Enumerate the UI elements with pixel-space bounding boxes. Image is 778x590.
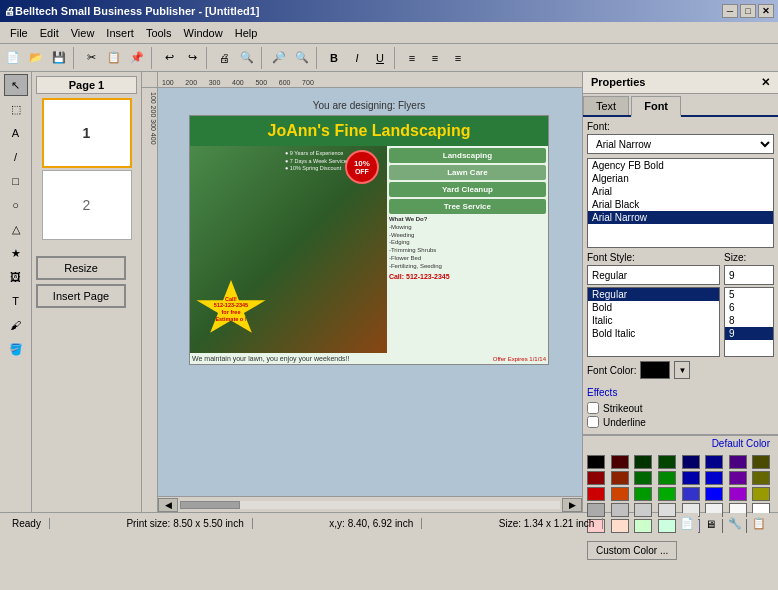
size-9[interactable]: 9 [725, 327, 773, 340]
tool-pointer[interactable]: ↖ [4, 74, 28, 96]
size-5[interactable]: 5 [725, 288, 773, 301]
close-button[interactable]: ✕ [758, 4, 774, 18]
minimize-button[interactable]: ─ [722, 4, 738, 18]
font-list[interactable]: Agency FB Bold Algerian Arial Arial Blac… [587, 158, 774, 248]
color-dropdown-button[interactable]: ▼ [674, 361, 690, 379]
swatch-33[interactable] [611, 519, 629, 533]
swatch-21[interactable] [705, 487, 723, 501]
scroll-thumb[interactable] [180, 501, 240, 509]
tool-rect[interactable]: □ [4, 170, 28, 192]
size-8[interactable]: 8 [725, 314, 773, 327]
font-item-arial[interactable]: Arial [588, 185, 773, 198]
size-input[interactable] [724, 265, 774, 285]
horizontal-scrollbar[interactable]: ◀ ▶ [158, 496, 582, 512]
style-input[interactable] [587, 265, 720, 285]
style-italic[interactable]: Italic [588, 314, 719, 327]
swatch-1[interactable] [611, 455, 629, 469]
swatch-13[interactable] [705, 471, 723, 485]
menu-insert[interactable]: Insert [100, 25, 140, 41]
italic-button[interactable]: I [346, 47, 368, 69]
custom-color-button[interactable]: Custom Color ... [587, 541, 677, 560]
zoom-out-button[interactable]: 🔍 [291, 47, 313, 69]
color-box[interactable] [640, 361, 670, 379]
swatch-22[interactable] [729, 487, 747, 501]
swatch-24[interactable] [587, 503, 605, 517]
menu-tools[interactable]: Tools [140, 25, 178, 41]
swatch-12[interactable] [682, 471, 700, 485]
status-icon-2[interactable]: 🖥 [700, 513, 722, 535]
panel-close-button[interactable]: ✕ [761, 76, 770, 89]
swatch-5[interactable] [705, 455, 723, 469]
font-item-agency[interactable]: Agency FB Bold [588, 159, 773, 172]
swatch-8[interactable] [587, 471, 605, 485]
page-thumb-1[interactable]: 1 [42, 98, 132, 168]
size-6[interactable]: 6 [725, 301, 773, 314]
style-regular[interactable]: Regular [588, 288, 719, 301]
font-item-arial-black[interactable]: Arial Black [588, 198, 773, 211]
canvas-inner[interactable]: You are designing: Flyers JoAnn's Fine L… [164, 100, 574, 496]
tool-ellipse[interactable]: ○ [4, 194, 28, 216]
scroll-left-button[interactable]: ◀ [158, 498, 178, 512]
align-left-button[interactable]: ≡ [401, 47, 423, 69]
swatch-23[interactable] [752, 487, 770, 501]
swatch-14[interactable] [729, 471, 747, 485]
page-thumb-2[interactable]: 2 [42, 170, 132, 240]
align-center-button[interactable]: ≡ [424, 47, 446, 69]
bold-button[interactable]: B [323, 47, 345, 69]
tool-star[interactable]: ★ [4, 242, 28, 264]
swatch-11[interactable] [658, 471, 676, 485]
tool-image[interactable]: 🖼 [4, 266, 28, 288]
scroll-right-button[interactable]: ▶ [562, 498, 582, 512]
status-icon-3[interactable]: 🔧 [724, 513, 746, 535]
tool-select[interactable]: ⬚ [4, 98, 28, 120]
undo-button[interactable]: ↩ [158, 47, 180, 69]
menu-window[interactable]: Window [178, 25, 229, 41]
swatch-4[interactable] [682, 455, 700, 469]
open-button[interactable]: 📂 [25, 47, 47, 69]
tool-fill[interactable]: 🪣 [4, 338, 28, 360]
scroll-track[interactable] [180, 501, 560, 509]
font-item-arial-narrow[interactable]: Arial Narrow [588, 211, 773, 224]
tool-paint[interactable]: 🖌 [4, 314, 28, 336]
maximize-button[interactable]: □ [740, 4, 756, 18]
swatch-17[interactable] [611, 487, 629, 501]
strikeout-checkbox[interactable] [587, 402, 599, 414]
paste-button[interactable]: 📌 [126, 47, 148, 69]
swatch-16[interactable] [587, 487, 605, 501]
menu-file[interactable]: File [4, 25, 34, 41]
tool-line[interactable]: / [4, 146, 28, 168]
tool-type[interactable]: T [4, 290, 28, 312]
font-dropdown[interactable]: Arial Narrow [587, 134, 774, 154]
status-icon-4[interactable]: 📋 [748, 513, 770, 535]
tool-text[interactable]: A [4, 122, 28, 144]
tool-triangle[interactable]: △ [4, 218, 28, 240]
resize-button[interactable]: Resize [36, 256, 126, 280]
swatch-25[interactable] [611, 503, 629, 517]
style-bold-italic[interactable]: Bold Italic [588, 327, 719, 340]
tab-text[interactable]: Text [583, 96, 629, 115]
swatch-15[interactable] [752, 471, 770, 485]
swatch-20[interactable] [682, 487, 700, 501]
menu-help[interactable]: Help [229, 25, 264, 41]
print-button[interactable]: 🖨 [213, 47, 235, 69]
cut-button[interactable]: ✂ [80, 47, 102, 69]
style-bold[interactable]: Bold [588, 301, 719, 314]
save-button[interactable]: 💾 [48, 47, 70, 69]
swatch-10[interactable] [634, 471, 652, 485]
size-list[interactable]: 5 6 8 9 [724, 287, 774, 357]
underline-button[interactable]: U [369, 47, 391, 69]
font-item-algerian[interactable]: Algerian [588, 172, 773, 185]
underline-checkbox[interactable] [587, 416, 599, 428]
status-icon-1[interactable]: 📄 [676, 513, 698, 535]
menu-view[interactable]: View [65, 25, 101, 41]
swatch-6[interactable] [729, 455, 747, 469]
new-button[interactable]: 📄 [2, 47, 24, 69]
insert-page-button[interactable]: Insert Page [36, 284, 126, 308]
zoom-in-button[interactable]: 🔎 [268, 47, 290, 69]
style-list[interactable]: Regular Bold Italic Bold Italic [587, 287, 720, 357]
swatch-3[interactable] [658, 455, 676, 469]
flyer[interactable]: JoAnn's Fine Landscaping 10% OFF Call! [189, 115, 549, 365]
tab-font[interactable]: Font [631, 96, 681, 117]
swatch-18[interactable] [634, 487, 652, 501]
swatch-7[interactable] [752, 455, 770, 469]
